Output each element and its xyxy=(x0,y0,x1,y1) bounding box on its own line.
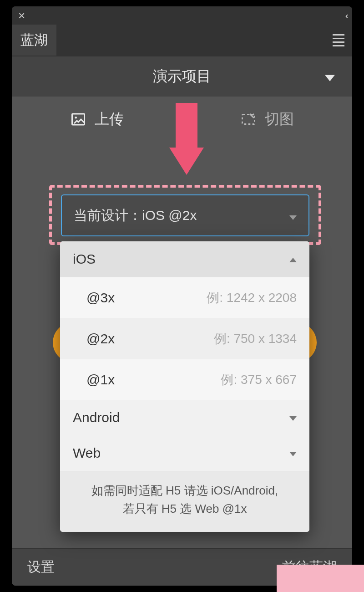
chevron-down-icon xyxy=(325,68,335,85)
svg-point-1 xyxy=(75,117,77,119)
chevron-down-icon xyxy=(289,448,297,459)
dropdown-section-web[interactable]: Web xyxy=(60,435,309,471)
dropdown-hint: 如需同时适配 H5 请选 iOS/Android, 若只有 H5 选 Web @… xyxy=(60,471,309,532)
project-selector[interactable]: 演示项目 xyxy=(12,56,352,97)
slice-icon xyxy=(240,111,257,128)
item-example: 例: 750 x 1334 xyxy=(214,330,297,347)
titlebar: × ‹‹ xyxy=(12,6,352,25)
tab-lanhu[interactable]: 蓝湖 xyxy=(12,25,56,56)
item-label: @1x xyxy=(86,372,115,388)
item-label: @2x xyxy=(86,331,115,347)
tab-upload[interactable]: 上传 xyxy=(12,97,182,142)
tab-spacer xyxy=(56,25,325,56)
image-icon xyxy=(70,111,86,128)
dropdown-section-android[interactable]: Android xyxy=(60,400,309,435)
tab-label: 蓝湖 xyxy=(20,31,48,50)
annotation-arrow-icon xyxy=(169,103,204,180)
section-label: iOS xyxy=(73,251,96,267)
hint-line-2: 若只有 H5 选 Web @1x xyxy=(73,500,297,518)
collapse-icon[interactable]: ‹‹ xyxy=(345,10,346,21)
plugin-panel: × ‹‹ 蓝湖 演示项目 上传 xyxy=(12,6,352,586)
current-design-dropdown[interactable]: 当前设计： iOS @2x xyxy=(61,194,309,236)
design-prefix: 当前设计： xyxy=(74,206,142,225)
dropdown-item-2x[interactable]: @2x 例: 750 x 1334 xyxy=(60,318,309,359)
tab-row: 蓝湖 xyxy=(12,25,352,56)
hint-line-1: 如需同时适配 H5 请选 iOS/Android, xyxy=(73,481,297,500)
item-example: 例: 375 x 667 xyxy=(221,371,297,388)
item-example: 例: 1242 x 2208 xyxy=(207,289,297,306)
menu-icon[interactable] xyxy=(325,25,352,56)
content: 当前设计： iOS @2x iOS @3x 例: 1242 x 2208 @2x… xyxy=(12,142,352,579)
settings-link[interactable]: 设置 xyxy=(27,558,55,577)
section-label: Android xyxy=(73,410,120,425)
project-label: 演示项目 xyxy=(153,66,211,87)
chevron-down-icon xyxy=(289,208,297,223)
dropdown-section-ios[interactable]: iOS xyxy=(60,241,309,277)
upload-label: 上传 xyxy=(95,109,124,129)
dropdown-item-1x[interactable]: @1x 例: 375 x 667 xyxy=(60,359,309,400)
item-label: @3x xyxy=(86,290,115,306)
dropdown-item-3x[interactable]: @3x 例: 1242 x 2208 xyxy=(60,277,309,318)
design-dropdown-list: iOS @3x 例: 1242 x 2208 @2x 例: 750 x 1334… xyxy=(60,241,309,532)
chevron-up-icon xyxy=(289,254,297,265)
chevron-down-icon xyxy=(289,413,297,423)
design-value: iOS @2x xyxy=(142,208,197,223)
close-icon[interactable]: × xyxy=(18,9,25,23)
slice-label: 切图 xyxy=(265,109,294,129)
tab-slice[interactable]: 切图 xyxy=(182,97,352,142)
hamburger-icon xyxy=(333,34,344,46)
section-label: Web xyxy=(73,445,101,461)
watermark-overlay xyxy=(277,565,364,592)
